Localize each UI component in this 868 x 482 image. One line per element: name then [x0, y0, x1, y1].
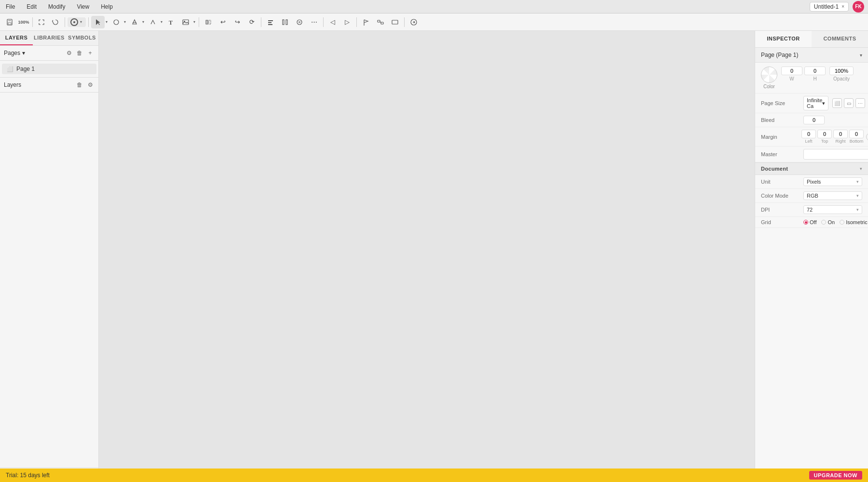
document-section-header[interactable]: Document ▾ [755, 162, 868, 175]
page-settings-button[interactable]: ⚙ [65, 49, 73, 57]
grid-option-on[interactable]: On [821, 219, 835, 225]
canvas-area[interactable] [99, 31, 755, 482]
page-orientation-portrait-button[interactable]: ⬜ [832, 98, 842, 108]
color-mode-label: Color Mode [761, 193, 800, 199]
select-tool-button[interactable] [91, 16, 105, 28]
page-item[interactable]: ⬜ Page 1 [2, 64, 96, 74]
page-orientation-landscape-button[interactable]: ▭ [844, 98, 854, 108]
separator [261, 17, 261, 27]
tab-symbols[interactable]: SYMBOLS [66, 31, 98, 45]
page-delete-button[interactable]: 🗑 [75, 49, 84, 57]
fill-arrow[interactable]: ▾ [141, 20, 145, 24]
page-info-arrow[interactable]: ▾ [860, 53, 862, 58]
align-left-button[interactable] [264, 16, 277, 28]
right-panel-tabs: INSPECTOR COMMENTS [755, 31, 868, 48]
margin-left-input[interactable] [801, 130, 816, 138]
separator [32, 17, 33, 27]
margin-right-input[interactable] [833, 130, 848, 138]
page-options-button[interactable]: ⋯ [855, 98, 865, 108]
menu-file[interactable]: File [4, 2, 17, 11]
tab-close-button[interactable]: × [841, 4, 844, 9]
zoom-button[interactable]: 100% [17, 16, 30, 28]
margin-bottom-input[interactable] [849, 130, 864, 138]
text-tool-button[interactable]: T [164, 16, 178, 28]
page-add-button[interactable]: + [86, 49, 95, 57]
app-tab[interactable]: Untitled-1 × [810, 2, 849, 12]
svg-rect-13 [283, 20, 284, 25]
border-arrow[interactable]: ▾ [160, 20, 163, 24]
pages-section: Pages ▾ ⚙ 🗑 + ⬜ Page 1 [0, 46, 98, 77]
undo-button[interactable]: ↩ [216, 16, 230, 28]
toolbar: 100% ▾ ▾ ▾ ▾ [0, 13, 868, 31]
image-tool-button[interactable] [179, 16, 192, 28]
pages-label: Pages [4, 50, 20, 56]
pages-title-button[interactable]: Pages ▾ [4, 50, 25, 56]
fill-tool-button[interactable] [128, 16, 141, 28]
menu-modify[interactable]: Modify [46, 2, 67, 11]
margin-top-input[interactable] [817, 130, 832, 138]
grid-radio-on[interactable] [821, 220, 826, 225]
distribute-button[interactable] [278, 16, 292, 28]
flag-button[interactable] [359, 16, 373, 28]
opacity-input[interactable] [829, 67, 854, 75]
svg-rect-17 [378, 20, 380, 22]
mask-button[interactable] [293, 16, 306, 28]
image-arrow[interactable]: ▾ [192, 20, 196, 24]
more-button[interactable]: ⋯ [307, 16, 321, 28]
user-avatar[interactable]: FK [853, 1, 864, 13]
tab-layers[interactable]: LAYERS [0, 31, 33, 45]
dpi-arrow: ▾ [856, 207, 859, 212]
page-size-select[interactable]: Infinite Ca ▾ [803, 96, 828, 110]
save-button[interactable] [3, 16, 16, 28]
shape-arrow[interactable]: ▾ [123, 20, 127, 24]
screen-button[interactable] [388, 16, 402, 28]
color-section: Color [761, 67, 777, 89]
pen-tool-arrow[interactable]: ▾ [79, 20, 83, 24]
width-input[interactable] [781, 67, 802, 75]
unit-select[interactable]: Pixels ▾ [803, 177, 862, 186]
redo-button[interactable]: ↪ [231, 16, 244, 28]
grid-option-isometric[interactable]: Isometric [840, 219, 868, 225]
flip-h-button[interactable] [202, 16, 215, 28]
fit-button[interactable] [35, 16, 48, 28]
tab-libraries[interactable]: LIBRARIES [33, 31, 66, 45]
bleed-input[interactable] [803, 116, 825, 124]
document-label: Document [761, 166, 788, 172]
layer-settings-button[interactable]: ⚙ [86, 80, 95, 89]
color-mode-value: RGB [807, 193, 818, 199]
menu-view[interactable]: View [75, 2, 91, 11]
color-mode-select[interactable]: RGB ▾ [803, 191, 862, 200]
inspector-content: Page (Page 1) ▾ Color W H [755, 48, 868, 228]
dpi-select[interactable]: 72 ▾ [803, 205, 862, 214]
refresh2-button[interactable]: ⟳ [245, 16, 258, 28]
grid-radio-isometric[interactable] [840, 220, 844, 225]
layer-delete-button[interactable]: 🗑 [75, 80, 84, 89]
page-size-icons: ⬜ ▭ ⋯ [832, 98, 865, 108]
history-forward-button[interactable]: ▷ [340, 16, 354, 28]
menu-help[interactable]: Help [99, 2, 115, 11]
refresh-button[interactable] [49, 16, 62, 28]
grid-option-off[interactable]: Off [803, 219, 816, 225]
dpi-value: 72 [807, 207, 813, 213]
flow-button[interactable] [374, 16, 387, 28]
page-size-value: Infinite Ca [807, 97, 822, 109]
tab-inspector[interactable]: INSPECTOR [755, 31, 812, 47]
tab-comments[interactable]: COMMENTS [812, 31, 868, 47]
left-panel: LAYERS LIBRARIES SYMBOLS Pages ▾ ⚙ 🗑 + ⬜… [0, 31, 99, 482]
border-tool-button[interactable] [146, 16, 160, 28]
select-arrow[interactable]: ▾ [105, 20, 108, 24]
color-swatch[interactable] [761, 67, 777, 83]
tab-title-text: Untitled-1 [814, 3, 839, 10]
export-button[interactable] [407, 16, 420, 28]
grid-radio-off[interactable] [803, 220, 808, 225]
menu-edit[interactable]: Edit [25, 2, 39, 11]
height-input[interactable] [804, 67, 826, 75]
upgrade-button[interactable]: UPGRADE NOW [809, 471, 862, 480]
margin-info-button[interactable]: i [866, 133, 868, 141]
shape-tool-button[interactable] [109, 16, 123, 28]
toolbar-save-group: 100% [3, 16, 62, 28]
master-input[interactable] [803, 149, 868, 160]
history-back-button[interactable]: ◁ [326, 16, 339, 28]
pen-tool-button[interactable]: ▾ [68, 17, 86, 27]
separator [199, 17, 199, 27]
